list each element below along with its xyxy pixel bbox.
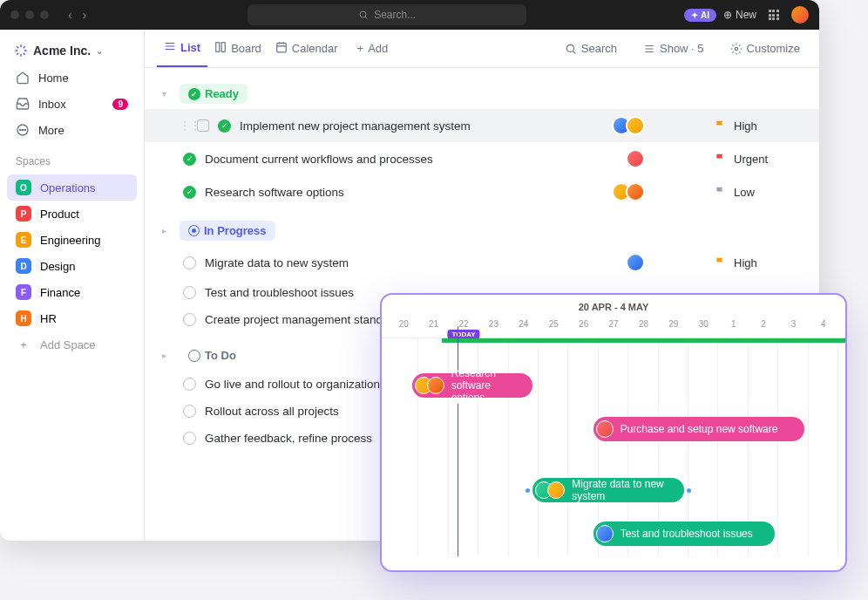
resize-handle[interactable]: [687, 488, 691, 493]
gantt-day[interactable]: 4: [809, 316, 838, 338]
task-status-icon[interactable]: [183, 405, 196, 418]
task-status-icon[interactable]: ✓: [183, 186, 196, 199]
gantt-day[interactable]: 27: [599, 316, 628, 338]
ai-button[interactable]: ✦ AI: [684, 9, 716, 22]
assignees[interactable]: [612, 116, 645, 135]
gantt-day[interactable]: 29: [659, 316, 688, 338]
gantt-bar[interactable]: Migrate data to new system: [532, 478, 683, 502]
progress-icon: [188, 225, 200, 236]
tab-label: Board: [231, 42, 261, 55]
svg-point-2: [20, 129, 21, 130]
customize-button[interactable]: Customize: [723, 42, 807, 55]
space-item-product[interactable]: PProduct: [7, 201, 137, 227]
task-status-icon[interactable]: ✓: [183, 153, 196, 166]
nav-back-icon[interactable]: ‹: [64, 6, 76, 24]
space-letter-icon: P: [16, 206, 31, 222]
task-status-icon[interactable]: [183, 256, 196, 269]
gantt-day[interactable]: 1: [718, 316, 748, 338]
task-row[interactable]: ⋮⋮✓Implement new project management syst…: [145, 109, 819, 142]
priority-label: High: [734, 256, 757, 269]
workspace-switcher[interactable]: Acme Inc. ⌄: [7, 38, 137, 63]
task-row[interactable]: Migrate data to new systemHigh: [145, 246, 819, 279]
sidebar-item-label: Home: [38, 72, 69, 85]
avatar: [596, 420, 614, 438]
space-item-finance[interactable]: FFinance: [7, 279, 137, 305]
assignees: [596, 525, 614, 542]
sliders-icon: [643, 43, 655, 55]
gantt-day[interactable]: 20: [389, 316, 418, 338]
gantt-day[interactable]: 3: [778, 316, 808, 338]
board-icon: [214, 41, 227, 56]
global-search[interactable]: Search...: [248, 4, 526, 25]
search-button[interactable]: Search: [558, 42, 624, 55]
collapse-icon[interactable]: ▸: [162, 351, 173, 360]
assignees[interactable]: [612, 182, 645, 201]
task-title: Implement new project management system: [240, 119, 603, 133]
priority-cell[interactable]: High: [715, 119, 802, 133]
group-header[interactable]: ▾✓Ready: [145, 78, 819, 109]
status-pill[interactable]: ✓Ready: [180, 84, 248, 104]
assignees[interactable]: [626, 149, 645, 168]
task-row[interactable]: ✓Document current workflows and processe…: [145, 142, 819, 175]
gantt-day[interactable]: 26: [568, 316, 598, 338]
gantt-day[interactable]: 28: [628, 316, 658, 338]
priority-cell[interactable]: High: [715, 256, 802, 269]
add-view-button[interactable]: + Add: [350, 30, 396, 67]
sidebar-item-inbox[interactable]: Inbox9: [7, 91, 137, 117]
window-controls[interactable]: [10, 10, 49, 19]
task-status-icon[interactable]: [183, 313, 196, 326]
nav-forward-icon[interactable]: ›: [79, 6, 91, 24]
space-label: HR: [40, 312, 57, 325]
status-pill[interactable]: To Do: [180, 345, 245, 365]
gantt-body[interactable]: Research software optionsPurchase and se…: [382, 338, 845, 556]
show-button[interactable]: Show · 5: [636, 42, 711, 55]
priority-label: High: [734, 119, 757, 133]
gantt-day[interactable]: 23: [478, 316, 508, 338]
gantt-day[interactable]: 25: [539, 316, 568, 338]
gantt-bar[interactable]: Test and troubleshoot issues: [593, 522, 775, 546]
apps-icon[interactable]: [769, 10, 779, 20]
task-status-icon[interactable]: ✓: [218, 119, 231, 133]
select-checkbox[interactable]: [197, 119, 209, 132]
group-header[interactable]: ▸In Progress: [145, 215, 819, 246]
task-status-icon[interactable]: [183, 432, 196, 445]
task-status-icon[interactable]: [183, 378, 196, 391]
flag-icon: [715, 119, 727, 132]
flag-icon: [715, 186, 727, 198]
collapse-icon[interactable]: ▾: [162, 89, 173, 99]
space-item-hr[interactable]: HHR: [7, 305, 137, 331]
space-label: Operations: [40, 181, 96, 194]
gantt-day[interactable]: 30: [688, 316, 718, 338]
status-label: Ready: [205, 87, 239, 100]
gantt-bar[interactable]: Research software options: [412, 373, 533, 398]
tab-list[interactable]: List: [157, 30, 207, 67]
space-item-engineering[interactable]: EEngineering: [7, 227, 137, 253]
collapse-icon[interactable]: ▸: [162, 226, 173, 235]
assignees[interactable]: [626, 253, 645, 272]
gantt-day[interactable]: 21: [418, 316, 448, 338]
priority-cell[interactable]: Low: [715, 186, 802, 199]
gantt-day[interactable]: 2: [749, 316, 778, 338]
user-avatar[interactable]: [791, 6, 809, 24]
drag-handle-icon[interactable]: ⋮⋮: [180, 119, 188, 132]
gantt-day[interactable]: 22TODAY: [449, 316, 478, 338]
new-button[interactable]: ⊕ New: [723, 9, 756, 21]
sidebar: Acme Inc. ⌄ HomeInbox9More Spaces OOpera…: [0, 30, 145, 541]
task-row[interactable]: ✓Research software optionsLow: [145, 175, 819, 208]
add-space-button[interactable]: + Add Space: [7, 333, 137, 357]
status-pill[interactable]: In Progress: [180, 221, 275, 241]
gantt-day[interactable]: 24: [509, 316, 539, 338]
priority-cell[interactable]: Urgent: [715, 153, 802, 166]
tab-calendar[interactable]: Calendar: [268, 30, 345, 67]
status-label: To Do: [205, 349, 236, 362]
task-status-icon[interactable]: [183, 286, 196, 299]
sidebar-item-more[interactable]: More: [7, 117, 137, 143]
space-item-design[interactable]: DDesign: [7, 253, 137, 279]
space-item-operations[interactable]: OOperations: [7, 174, 137, 201]
tab-board[interactable]: Board: [207, 30, 268, 67]
list-icon: [164, 40, 176, 55]
avatar: [626, 116, 645, 135]
gantt-bar[interactable]: Purchase and setup new software: [593, 417, 805, 441]
sidebar-item-home[interactable]: Home: [7, 65, 137, 91]
svg-point-0: [360, 11, 366, 17]
